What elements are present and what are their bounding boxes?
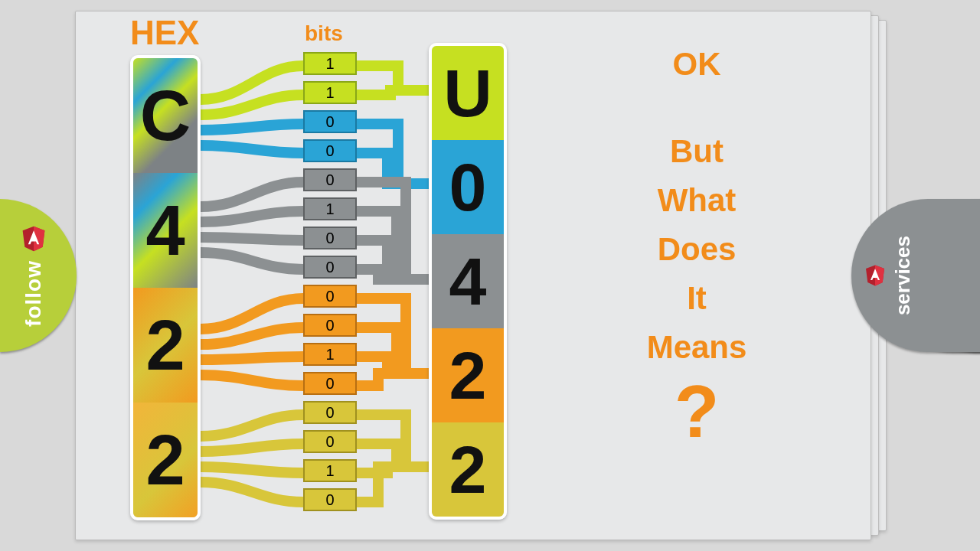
bit-cell: 0 [303, 488, 357, 511]
word-means: Means [647, 329, 747, 366]
follow-label: follow [21, 260, 46, 327]
tab-services-label: services [891, 236, 915, 315]
bit-cell: 0 [303, 227, 357, 249]
hex-digit: 2 [133, 403, 198, 517]
hex-digit: 4 [133, 173, 198, 288]
bit-cell: 1 [303, 459, 357, 482]
bit-cell: 1 [303, 81, 357, 104]
word-what: What [658, 182, 737, 219]
bits-column: 1100010000100010 [303, 52, 357, 511]
word-question-mark: ? [675, 383, 720, 442]
result-cell: 0 [432, 140, 504, 234]
bit-cell: 0 [303, 314, 357, 337]
bit-cell: 0 [303, 430, 357, 453]
bit-cell: 0 [303, 110, 357, 133]
hex-digit: 2 [133, 288, 198, 403]
hex-digit: C [133, 58, 198, 173]
bit-cell: 0 [303, 285, 357, 308]
word-it: It [687, 280, 707, 317]
bit-cell: 1 [303, 343, 357, 366]
result-cell: 4 [432, 234, 504, 328]
follow-tab[interactable]: follow [0, 199, 77, 352]
caption-words: OK But What Does It Means ? [582, 46, 812, 442]
bit-cell: 1 [303, 197, 357, 220]
word-does: Does [658, 231, 737, 268]
hex-column: C 4 2 2 [130, 55, 201, 520]
result-cell: 2 [432, 328, 504, 422]
result-column: U0422 [429, 43, 507, 520]
bit-cell: 0 [303, 372, 357, 395]
word-but: But [670, 133, 724, 170]
right-tab-group: history about services [858, 191, 980, 360]
tab-services[interactable]: services [851, 199, 980, 352]
title-bits: bits [305, 21, 343, 46]
angular-logo-icon [864, 264, 887, 287]
bit-cell: 0 [303, 168, 357, 191]
bit-cell: 1 [303, 52, 357, 75]
bit-cell: 0 [303, 256, 357, 279]
angular-logo-icon [20, 225, 47, 253]
bit-cell: 0 [303, 139, 357, 162]
bit-cell: 0 [303, 401, 357, 424]
result-cell: 2 [432, 422, 504, 517]
word-ok: OK [673, 46, 721, 83]
result-cell: U [432, 46, 504, 140]
title-hex: HEX [130, 14, 199, 52]
